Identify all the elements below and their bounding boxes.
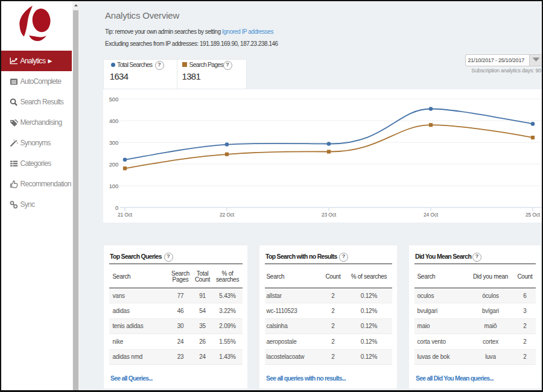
svg-text:300: 300: [109, 139, 118, 146]
svg-text:100: 100: [109, 183, 118, 189]
svg-text:0: 0: [115, 204, 118, 211]
svg-text:25 Oct: 25 Oct: [526, 212, 541, 218]
svg-text:22 Oct: 22 Oct: [220, 212, 235, 218]
svg-text:24 Oct: 24 Oct: [424, 212, 439, 218]
svg-text:23 Oct: 23 Oct: [322, 212, 337, 218]
svg-text:200: 200: [109, 161, 118, 168]
svg-text:400: 400: [109, 118, 118, 124]
svg-text:500: 500: [109, 96, 118, 103]
svg-text:21 Oct: 21 Oct: [118, 212, 133, 218]
